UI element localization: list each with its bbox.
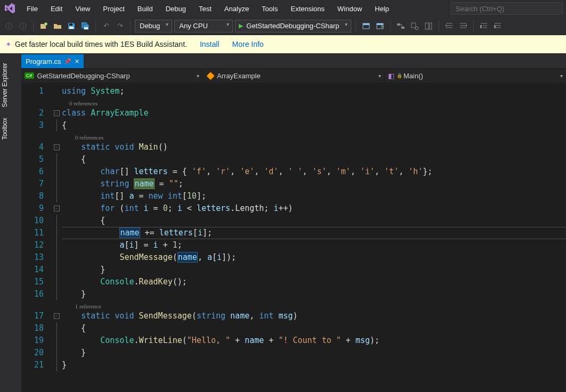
fold-toggle[interactable]: − [54, 144, 60, 150]
editor-column: Program.cs 📌 ✕ C# GetStartedDebugging-CS… [21, 53, 566, 392]
run-to-click-button[interactable] [409, 20, 421, 32]
svg-rect-5 [69, 27, 74, 29]
code-editor[interactable]: 1 2 3 4 5 6 7 8 9 10 11 12 13 14 15 16 1… [21, 83, 566, 392]
side-tab-toolbox[interactable]: Toolbox [0, 112, 12, 145]
menu-view[interactable]: View [69, 3, 96, 15]
browse-button[interactable] [360, 20, 372, 32]
menu-edit[interactable]: Edit [44, 3, 69, 15]
notification-bar: ✦ Get faster local build times with 1ES … [0, 35, 566, 53]
svg-rect-16 [430, 23, 432, 29]
symbol-ref-highlight: name [119, 227, 140, 238]
close-icon[interactable]: ✕ [75, 58, 79, 65]
sparkle-icon: ✦ [5, 40, 12, 48]
show-next-statement-button[interactable] [423, 20, 434, 32]
menu-extensions[interactable]: Extensions [284, 3, 331, 15]
svg-rect-11 [397, 23, 400, 26]
menu-test[interactable]: Test [192, 3, 218, 15]
increase-indent-button[interactable] [457, 20, 469, 32]
code-body[interactable]: using System; 0 references class ArrayEx… [62, 83, 566, 392]
menu-help[interactable]: Help [368, 3, 395, 15]
play-icon: ▶ [239, 22, 243, 29]
nav-method-dropdown[interactable]: ◧🔒 Main() [385, 69, 566, 83]
save-button[interactable] [66, 20, 77, 32]
svg-rect-17 [480, 25, 482, 28]
symbol-ref-highlight: name [177, 252, 198, 263]
side-tool-window-tabs: Server Explorer Toolbox [0, 53, 12, 392]
toolbar-separator [33, 20, 34, 32]
svg-rect-18 [494, 25, 496, 28]
decrease-indent-button[interactable] [443, 20, 455, 32]
document-tab-well: Program.cs 📌 ✕ [21, 53, 566, 68]
symbol-def-highlight: name [134, 178, 154, 189]
open-file-button[interactable] [52, 20, 63, 32]
menu-debug[interactable]: Debug [159, 3, 192, 15]
start-debugging-button[interactable]: ▶ GetStartedDebugging-CSharp [235, 20, 351, 32]
pin-icon[interactable]: 📌 [64, 58, 71, 65]
menu-project[interactable]: Project [96, 3, 131, 15]
document-tab-program[interactable]: Program.cs 📌 ✕ [21, 54, 84, 68]
save-all-button[interactable] [79, 20, 91, 32]
new-project-button[interactable] [38, 20, 50, 32]
notification-install-link[interactable]: Install [200, 40, 220, 48]
menu-window[interactable]: Window [331, 3, 368, 15]
comment-button[interactable] [478, 20, 490, 32]
side-tab-server-explorer[interactable]: Server Explorer [0, 58, 12, 112]
solution-config-dropdown[interactable]: Debug [135, 20, 172, 32]
outlining-gutter: − − − − [51, 83, 62, 392]
start-debugging-label: GetStartedDebugging-CSharp [246, 22, 339, 30]
svg-rect-8 [363, 23, 369, 25]
class-icon: 🔶 [206, 72, 215, 80]
menu-tools[interactable]: Tools [255, 3, 284, 15]
lock-icon: 🔒 [397, 73, 402, 78]
svg-point-1 [20, 23, 26, 29]
fold-toggle[interactable]: − [54, 313, 60, 319]
csharp-icon: C# [25, 72, 34, 79]
undo-button[interactable]: ↶ [100, 20, 112, 32]
line-number-gutter: 1 2 3 4 5 6 7 8 9 10 11 12 13 14 15 16 1… [21, 83, 51, 392]
visual-studio-logo-icon [3, 2, 16, 15]
quick-launch-search[interactable] [451, 2, 563, 15]
svg-rect-15 [425, 23, 428, 29]
navigation-bar: C# GetStartedDebugging-CSharp 🔶 ArrayExa… [21, 68, 566, 83]
codelens-references[interactable]: 1 reference [75, 303, 101, 309]
svg-point-0 [6, 23, 12, 29]
svg-rect-13 [411, 23, 416, 28]
live-share-button[interactable] [374, 20, 386, 32]
menu-analyze[interactable]: Analyze [218, 3, 255, 15]
menu-build[interactable]: Build [131, 3, 159, 15]
svg-rect-10 [377, 23, 383, 25]
toolbar-separator [130, 20, 131, 32]
fold-toggle[interactable]: − [54, 110, 60, 116]
toolbar-separator [390, 20, 391, 32]
notification-more-link[interactable]: More Info [232, 40, 264, 48]
nav-back-button[interactable] [3, 20, 15, 32]
redo-button[interactable]: ↷ [114, 20, 126, 32]
toolbar-separator [473, 20, 474, 32]
step-config-button[interactable] [395, 20, 407, 32]
standard-toolbar: ↶ ↷ Debug Any CPU ▶ GetStartedDebugging-… [0, 17, 566, 35]
document-tab-label: Program.cs [26, 58, 61, 66]
codelens-references[interactable]: 0 references [75, 134, 103, 141]
svg-rect-6 [84, 27, 88, 29]
solution-platform-dropdown[interactable]: Any CPU [174, 20, 233, 32]
svg-rect-4 [69, 23, 72, 26]
method-icon: ◧ [388, 72, 394, 80]
menubar: File Edit View Project Build Debug Test … [0, 0, 566, 17]
svg-point-14 [415, 27, 418, 30]
toolbar-separator [439, 20, 439, 32]
notification-text: Get faster local build times with 1ES Bu… [15, 40, 187, 48]
nav-project-dropdown[interactable]: C# GetStartedDebugging-CSharp [21, 69, 203, 83]
codelens-references[interactable]: 0 references [69, 100, 98, 107]
uncomment-button[interactable] [492, 20, 504, 32]
nav-class-dropdown[interactable]: 🔶 ArrayExample [203, 69, 385, 83]
menu-file[interactable]: File [20, 3, 44, 15]
nav-fwd-button[interactable] [17, 20, 29, 32]
main-area: Server Explorer Toolbox Program.cs 📌 ✕ C… [0, 53, 566, 392]
fold-toggle[interactable]: − [54, 206, 60, 211]
toolbar-separator [95, 20, 96, 32]
toolbar-separator [355, 20, 356, 32]
